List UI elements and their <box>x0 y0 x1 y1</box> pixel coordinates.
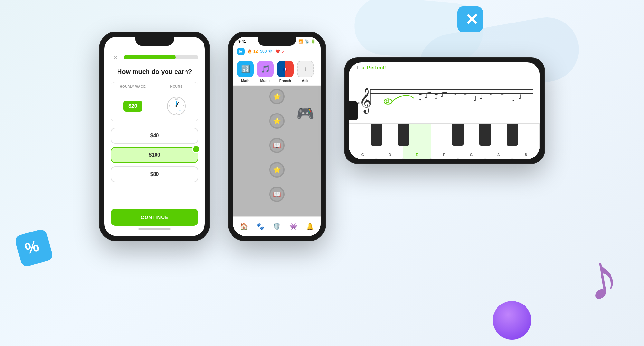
status-time: 9:41 <box>238 39 246 44</box>
dice-decoration: % <box>16 230 52 266</box>
ball-decoration <box>493 301 531 340</box>
nav-notifications[interactable]: 🔔 <box>304 221 316 232</box>
option-100[interactable]: $100 <box>111 147 198 163</box>
sheet-music-area: II 𝄞 d ♩ ♩ ♩ <box>349 73 540 123</box>
svg-text:𝄞: 𝄞 <box>359 87 372 114</box>
add-icon-box: + <box>297 61 314 77</box>
math-icon: 🔢 <box>241 65 250 73</box>
add-subject-card[interactable]: + Add <box>297 61 314 83</box>
key-label-E: E <box>416 153 418 157</box>
piano-key-D[interactable]: D <box>376 124 404 159</box>
svg-text:♩: ♩ <box>419 94 422 102</box>
music-subject-card[interactable]: 🎵 Music <box>257 61 274 83</box>
piano-key-E[interactable]: E <box>403 124 431 159</box>
piano-key-G[interactable]: G <box>458 124 485 159</box>
nav-pet[interactable]: 🐾 <box>255 221 266 232</box>
map-area: 🎮 ⭐ ⭐ 📖 ⭐ <box>233 86 321 216</box>
map-node-1[interactable]: ⭐ <box>269 89 285 104</box>
key-label-D: D <box>388 153 391 157</box>
phone1-header: ✕ <box>111 53 198 62</box>
nav-shield[interactable]: 🛡️ <box>271 221 283 232</box>
phone2-frame: 9:41 📶 📡 🔋 ⊞ 🔥 12 <box>229 32 325 241</box>
key-label-C: C <box>361 153 364 157</box>
phone1-screen: ✕ How much do you earn? HOURLY WAGE HOUR… <box>104 37 205 236</box>
svg-text:9: 9 <box>169 105 170 107</box>
math-icon-box: 🔢 <box>237 61 254 77</box>
wage-table-body: $20 12 3 6 9 <box>111 91 198 121</box>
phone3-notch <box>349 101 358 120</box>
star-icon-2: ⭐ <box>273 117 281 125</box>
phone2-notch <box>258 37 296 46</box>
nav-profile[interactable]: 👾 <box>288 221 299 232</box>
streak-count: 12 <box>253 49 258 54</box>
key-label-A: A <box>497 153 500 157</box>
piano-header: ⏸ ● Perfect! <box>349 62 540 73</box>
phone2-content: 9:41 📶 📡 🔋 ⊞ 🔥 12 <box>233 37 321 236</box>
piano-keys: C D E F G A <box>349 123 540 159</box>
wage-col-header: HOURLY WAGE <box>111 82 155 91</box>
svg-text:3: 3 <box>183 105 184 107</box>
character-sprite: 🎮 <box>296 105 314 122</box>
pause-button[interactable]: ⏸ <box>354 65 359 71</box>
subject-selector-icon[interactable]: ⊞ <box>237 48 245 55</box>
music-note-decoration: ♪ <box>580 238 624 316</box>
svg-text:5: 5 <box>179 109 181 112</box>
svg-text:d: d <box>385 98 389 104</box>
gem-count: 500 <box>260 49 267 54</box>
signal-icon: 📶 <box>298 39 303 44</box>
math-label: Math <box>241 79 250 83</box>
map-node-2[interactable]: ⭐ <box>269 113 285 129</box>
piano-key-B[interactable]: B <box>512 124 540 159</box>
progress-bar-fill <box>124 55 176 59</box>
question-title: How much do you earn? <box>111 68 198 76</box>
add-label: Add <box>302 79 308 83</box>
map-node-3[interactable]: 📖 <box>269 138 285 153</box>
close-button[interactable]: ✕ <box>111 53 120 62</box>
heart-badge: ❤️ 5 <box>275 49 284 54</box>
heart-count: 5 <box>281 49 284 54</box>
top-stats-bar: ⊞ 🔥 12 500 💎 ❤️ 5 <box>233 45 321 58</box>
key-label-F: F <box>443 153 445 157</box>
music-label: Music <box>260 79 270 83</box>
piano-key-F[interactable]: F <box>431 124 458 159</box>
svg-text:♩: ♩ <box>512 95 515 102</box>
home-indicator <box>138 228 171 230</box>
phone3-content: ⏸ ● Perfect! II <box>349 62 540 159</box>
piano-key-C[interactable]: C <box>349 124 376 159</box>
math-subject-card[interactable]: 🔢 Math <box>237 61 254 83</box>
continue-button[interactable]: CONTINUE <box>111 209 198 226</box>
phone1-content: ✕ How much do you earn? HOURLY WAGE HOUR… <box>104 37 205 236</box>
svg-point-11 <box>175 105 177 107</box>
french-label: French <box>279 79 291 83</box>
phone3-screen: ⏸ ● Perfect! II <box>349 62 540 159</box>
svg-text:♩: ♩ <box>480 93 483 100</box>
phone3-frame: ⏸ ● Perfect! II <box>345 58 544 163</box>
battery-icon: 🔋 <box>311 39 316 44</box>
svg-text:𝄻: 𝄻 <box>501 94 504 95</box>
wage-cell: $20 <box>111 91 155 121</box>
map-node-4[interactable]: ⭐ <box>269 162 285 178</box>
perfect-label: Perfect! <box>367 65 386 71</box>
piano-key-A[interactable]: A <box>485 124 513 159</box>
map-node-5[interactable]: 📖 <box>269 187 285 202</box>
option-40[interactable]: $40 <box>111 128 198 144</box>
svg-text:♩: ♩ <box>518 93 521 100</box>
wage-table-header: HOURLY WAGE HOURS <box>111 82 198 91</box>
wage-table: HOURLY WAGE HOURS $20 12 <box>111 82 198 121</box>
flame-icon: 🔥 <box>247 49 252 54</box>
star-icon-3: ⭐ <box>273 166 281 174</box>
wage-value: $20 <box>123 101 142 112</box>
key-label-B: B <box>525 153 527 157</box>
bottom-nav: 🏠 🐾 🛡️ 👾 🔔 <box>233 216 321 236</box>
nav-home[interactable]: 🏠 <box>238 221 250 232</box>
streak-badge: 🔥 12 <box>247 49 258 54</box>
phone2-screen: 9:41 📶 📡 🔋 ⊞ 🔥 12 <box>233 37 321 236</box>
svg-text:6: 6 <box>176 113 177 115</box>
option-80[interactable]: $80 <box>111 166 198 182</box>
progress-bar-container <box>124 55 198 59</box>
svg-text:♩: ♩ <box>473 95 476 102</box>
svg-text:𝄻: 𝄻 <box>464 94 467 95</box>
french-subject-card[interactable]: 🇫🇷 French <box>277 61 294 83</box>
key-label-G: G <box>470 153 473 157</box>
status-icons: 📶 📡 🔋 <box>298 39 316 44</box>
